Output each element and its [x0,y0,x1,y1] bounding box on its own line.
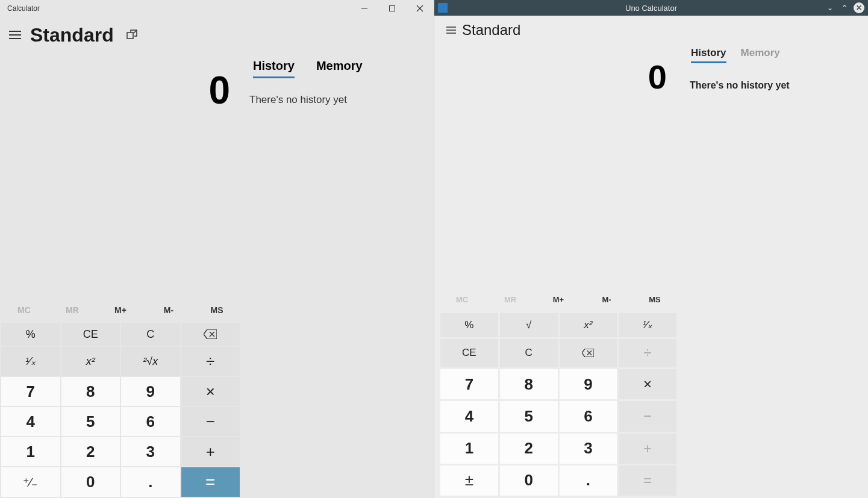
empty-history-message: There's no history yet [688,66,858,105]
key-0[interactable]: 0 [61,467,120,497]
key-1[interactable]: 1 [440,434,498,464]
square-root-key[interactable]: ²√x [121,347,180,376]
key-2[interactable]: 2 [500,434,558,464]
divide-key[interactable]: ÷ [181,347,240,376]
menu-button[interactable] [0,17,30,53]
negate-key[interactable]: ⁺∕₋ [1,467,60,497]
key-4[interactable]: 4 [1,407,60,436]
key-0[interactable]: 0 [500,465,558,496]
add-key[interactable]: + [619,434,676,464]
memory-row: MC MR M+ M- MS [438,289,679,311]
window-controls: ⌄ ⌃ ✕ [825,2,864,13]
reciprocal-key[interactable]: ¹⁄ₓ [1,347,60,376]
key-7[interactable]: 7 [440,369,498,399]
key-8[interactable]: 8 [500,369,558,399]
negate-key[interactable]: ± [440,465,498,496]
maximize-icon [389,5,396,12]
close-button[interactable] [406,0,434,17]
key-1[interactable]: 1 [1,437,60,466]
close-icon [416,5,423,12]
maximize-button[interactable]: ⌃ [839,2,850,13]
mode-title: Standard [462,22,520,39]
keep-on-top-button[interactable] [120,23,144,47]
memory-plus-button[interactable]: M+ [534,295,582,304]
tab-history[interactable]: History [691,47,726,63]
backspace-icon [582,349,594,357]
minimize-button[interactable] [351,0,378,17]
svg-rect-7 [127,33,133,39]
percent-key[interactable]: % [1,323,60,346]
minimize-icon [361,5,368,12]
mode-title: Standard [30,24,114,46]
square-key[interactable]: x² [560,313,617,337]
keep-on-top-icon [126,30,137,40]
memory-store-button[interactable]: MS [631,295,679,304]
menu-button[interactable] [440,16,462,45]
result-display: 0 [0,53,241,124]
window-titlebar: Uno Calculator ⌄ ⌃ ✕ [434,0,868,16]
maximize-button[interactable] [378,0,406,17]
memory-minus-button[interactable]: M- [145,305,193,315]
clear-key[interactable]: C [121,323,180,346]
backspace-key[interactable] [560,339,617,367]
key-5[interactable]: 5 [61,407,120,436]
key-9[interactable]: 9 [121,377,180,406]
percent-key[interactable]: % [440,313,498,337]
close-button[interactable]: ✕ [854,2,864,13]
key-9[interactable]: 9 [560,369,617,399]
calculator-header: Standard [0,17,434,53]
svg-rect-1 [390,6,395,11]
add-key[interactable]: + [181,437,240,466]
window-title: Uno Calculator [625,4,677,13]
memory-store-button[interactable]: MS [193,305,241,315]
keypad: % CE C ¹⁄ₓ x² ²√x ÷ 7 8 9 × 4 5 6 [0,322,241,499]
key-2[interactable]: 2 [61,437,120,466]
memory-recall-button[interactable]: MR [486,295,534,304]
clear-key[interactable]: C [500,339,558,367]
reciprocal-key[interactable]: ¹⁄ₓ [619,313,676,337]
subtract-key[interactable]: − [619,401,676,431]
multiply-key[interactable]: × [619,369,676,399]
tab-memory[interactable]: Memory [316,59,363,78]
app-icon [438,3,448,13]
tab-memory[interactable]: Memory [741,47,780,63]
decimal-key[interactable]: . [560,465,617,496]
window-controls [351,0,434,17]
history-panel: History Memory There's no history yet [241,53,434,498]
multiply-key[interactable]: × [181,377,240,406]
backspace-icon [204,329,217,339]
memory-row: MC MR M+ M- MS [0,298,241,322]
key-6[interactable]: 6 [560,401,617,431]
key-5[interactable]: 5 [500,401,558,431]
key-8[interactable]: 8 [61,377,120,406]
equals-key[interactable]: = [181,467,240,497]
memory-recall-button[interactable]: MR [48,305,96,315]
clear-entry-key[interactable]: CE [440,339,498,367]
result-display: 0 [438,45,679,106]
minimize-button[interactable]: ⌄ [825,2,835,13]
chevron-up-icon: ⌃ [841,4,848,12]
memory-clear-button[interactable]: MC [0,305,48,315]
key-6[interactable]: 6 [121,407,180,436]
key-3[interactable]: 3 [560,434,617,464]
backspace-key[interactable] [181,323,240,346]
equals-key[interactable]: = [619,465,676,496]
tab-history[interactable]: History [253,59,295,78]
history-panel: History Memory There's no history yet [679,45,868,498]
key-7[interactable]: 7 [1,377,60,406]
memory-clear-button[interactable]: MC [438,295,486,304]
calculator-main: 0 MC MR M+ M- MS % √ x² ¹⁄ₓ CE C [434,45,679,498]
key-3[interactable]: 3 [121,437,180,466]
side-tabs: History Memory [246,59,424,82]
empty-history-message: There's no history yet [246,82,424,118]
decimal-key[interactable]: . [121,467,180,497]
subtract-key[interactable]: − [181,407,240,436]
divide-key[interactable]: ÷ [619,339,676,367]
memory-plus-button[interactable]: M+ [96,305,145,315]
key-4[interactable]: 4 [440,401,498,431]
square-root-key[interactable]: √ [500,313,558,337]
clear-entry-key[interactable]: CE [61,323,120,346]
window-title: Calculator [7,4,40,13]
square-key[interactable]: x² [61,347,120,376]
memory-minus-button[interactable]: M- [582,295,631,304]
